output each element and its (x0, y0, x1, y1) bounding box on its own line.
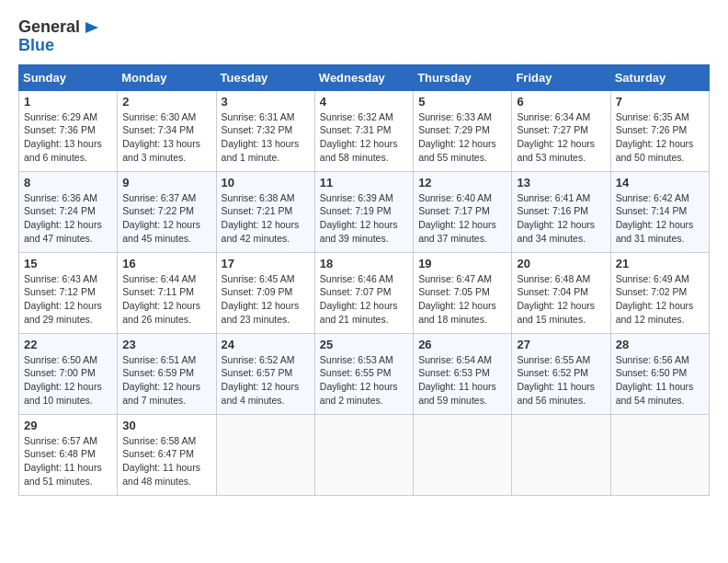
calendar-cell: 26Sunrise: 6:54 AM Sunset: 6:53 PM Dayli… (414, 333, 512, 414)
day-number: 19 (418, 257, 506, 270)
calendar-cell: 4Sunrise: 6:32 AM Sunset: 7:31 PM Daylig… (314, 90, 413, 171)
day-info: Sunrise: 6:50 AM Sunset: 7:00 PM Dayligh… (24, 353, 112, 408)
day-number: 5 (418, 95, 506, 109)
calendar-cell: 20Sunrise: 6:48 AM Sunset: 7:04 PM Dayli… (512, 252, 610, 333)
logo-blue-text: Blue (18, 37, 100, 55)
day-info: Sunrise: 6:55 AM Sunset: 6:52 PM Dayligh… (517, 353, 605, 408)
day-info: Sunrise: 6:32 AM Sunset: 7:31 PM Dayligh… (320, 110, 408, 165)
page-header: General Blue (18, 18, 710, 55)
day-number: 11 (320, 176, 408, 190)
calendar-cell: 21Sunrise: 6:49 AM Sunset: 7:02 PM Dayli… (610, 252, 709, 333)
day-number: 14 (616, 176, 704, 190)
logo-general-text: General (18, 18, 80, 37)
calendar-cell: 15Sunrise: 6:43 AM Sunset: 7:12 PM Dayli… (19, 252, 118, 333)
day-info: Sunrise: 6:54 AM Sunset: 6:53 PM Dayligh… (418, 353, 506, 408)
calendar-cell: 2Sunrise: 6:30 AM Sunset: 7:34 PM Daylig… (118, 90, 216, 171)
day-number: 22 (24, 338, 112, 351)
calendar-cell (216, 414, 314, 495)
logo-container: General Blue (18, 18, 100, 55)
calendar-cell: 10Sunrise: 6:38 AM Sunset: 7:21 PM Dayli… (216, 171, 314, 252)
calendar-cell: 16Sunrise: 6:44 AM Sunset: 7:11 PM Dayli… (118, 252, 216, 333)
calendar-cell: 1Sunrise: 6:29 AM Sunset: 7:36 PM Daylig… (19, 90, 118, 171)
week-row-3: 15Sunrise: 6:43 AM Sunset: 7:12 PM Dayli… (19, 252, 710, 333)
day-info: Sunrise: 6:31 AM Sunset: 7:32 PM Dayligh… (222, 110, 310, 165)
day-info: Sunrise: 6:33 AM Sunset: 7:29 PM Dayligh… (418, 110, 506, 165)
day-number: 17 (222, 257, 310, 270)
logo-arrow-icon (82, 18, 100, 37)
week-row-5: 29Sunrise: 6:57 AM Sunset: 6:48 PM Dayli… (19, 414, 710, 495)
week-row-1: 1Sunrise: 6:29 AM Sunset: 7:36 PM Daylig… (19, 90, 710, 171)
calendar-cell: 28Sunrise: 6:56 AM Sunset: 6:50 PM Dayli… (610, 333, 709, 414)
week-row-2: 8Sunrise: 6:36 AM Sunset: 7:24 PM Daylig… (19, 171, 710, 252)
weekday-header-saturday: Saturday (610, 64, 709, 90)
calendar-cell: 23Sunrise: 6:51 AM Sunset: 6:59 PM Dayli… (118, 333, 216, 414)
calendar-cell (314, 414, 413, 495)
calendar-cell: 22Sunrise: 6:50 AM Sunset: 7:00 PM Dayli… (19, 333, 118, 414)
day-info: Sunrise: 6:37 AM Sunset: 7:22 PM Dayligh… (122, 191, 210, 246)
calendar-cell: 18Sunrise: 6:46 AM Sunset: 7:07 PM Dayli… (314, 252, 413, 333)
day-number: 9 (122, 176, 210, 190)
calendar-cell: 14Sunrise: 6:42 AM Sunset: 7:14 PM Dayli… (610, 171, 709, 252)
day-info: Sunrise: 6:29 AM Sunset: 7:36 PM Dayligh… (24, 110, 112, 165)
calendar-cell (610, 414, 709, 495)
day-number: 25 (320, 338, 408, 351)
day-info: Sunrise: 6:49 AM Sunset: 7:02 PM Dayligh… (616, 272, 704, 327)
day-number: 8 (24, 176, 112, 190)
day-info: Sunrise: 6:39 AM Sunset: 7:19 PM Dayligh… (320, 191, 408, 246)
day-number: 29 (24, 419, 112, 432)
svg-marker-0 (85, 22, 98, 33)
calendar-cell (512, 414, 610, 495)
day-info: Sunrise: 6:57 AM Sunset: 6:48 PM Dayligh… (24, 434, 112, 488)
day-info: Sunrise: 6:43 AM Sunset: 7:12 PM Dayligh… (24, 272, 112, 327)
weekday-header-friday: Friday (512, 64, 610, 90)
calendar-cell: 27Sunrise: 6:55 AM Sunset: 6:52 PM Dayli… (512, 333, 610, 414)
weekday-header-sunday: Sunday (19, 64, 118, 90)
week-row-4: 22Sunrise: 6:50 AM Sunset: 7:00 PM Dayli… (19, 333, 710, 414)
day-info: Sunrise: 6:47 AM Sunset: 7:05 PM Dayligh… (418, 272, 506, 327)
day-info: Sunrise: 6:51 AM Sunset: 6:59 PM Dayligh… (122, 353, 210, 408)
calendar-cell: 24Sunrise: 6:52 AM Sunset: 6:57 PM Dayli… (216, 333, 314, 414)
day-number: 1 (24, 95, 112, 109)
day-info: Sunrise: 6:35 AM Sunset: 7:26 PM Dayligh… (616, 110, 704, 165)
weekday-header-tuesday: Tuesday (216, 64, 314, 90)
day-number: 27 (517, 338, 605, 351)
day-info: Sunrise: 6:36 AM Sunset: 7:24 PM Dayligh… (24, 191, 112, 246)
day-info: Sunrise: 6:58 AM Sunset: 6:47 PM Dayligh… (122, 434, 210, 488)
calendar-cell: 6Sunrise: 6:34 AM Sunset: 7:27 PM Daylig… (512, 90, 610, 171)
day-number: 30 (122, 419, 210, 432)
calendar-cell: 29Sunrise: 6:57 AM Sunset: 6:48 PM Dayli… (19, 414, 118, 495)
day-number: 10 (222, 176, 310, 190)
day-info: Sunrise: 6:30 AM Sunset: 7:34 PM Dayligh… (122, 110, 210, 165)
day-info: Sunrise: 6:44 AM Sunset: 7:11 PM Dayligh… (122, 272, 210, 327)
calendar-cell: 17Sunrise: 6:45 AM Sunset: 7:09 PM Dayli… (216, 252, 314, 333)
day-info: Sunrise: 6:46 AM Sunset: 7:07 PM Dayligh… (320, 272, 408, 327)
day-number: 18 (320, 257, 408, 270)
calendar-cell: 19Sunrise: 6:47 AM Sunset: 7:05 PM Dayli… (414, 252, 512, 333)
weekday-header-thursday: Thursday (414, 64, 512, 90)
day-info: Sunrise: 6:52 AM Sunset: 6:57 PM Dayligh… (222, 353, 310, 408)
day-number: 26 (418, 338, 506, 351)
day-number: 28 (616, 338, 704, 351)
calendar-cell: 9Sunrise: 6:37 AM Sunset: 7:22 PM Daylig… (118, 171, 216, 252)
day-info: Sunrise: 6:53 AM Sunset: 6:55 PM Dayligh… (320, 353, 408, 408)
day-info: Sunrise: 6:41 AM Sunset: 7:16 PM Dayligh… (517, 191, 605, 246)
calendar-cell: 13Sunrise: 6:41 AM Sunset: 7:16 PM Dayli… (512, 171, 610, 252)
day-info: Sunrise: 6:40 AM Sunset: 7:17 PM Dayligh… (418, 191, 506, 246)
day-info: Sunrise: 6:38 AM Sunset: 7:21 PM Dayligh… (222, 191, 310, 246)
calendar-table: SundayMondayTuesdayWednesdayThursdayFrid… (18, 64, 710, 496)
day-number: 6 (517, 95, 605, 109)
day-number: 7 (616, 95, 704, 109)
day-info: Sunrise: 6:48 AM Sunset: 7:04 PM Dayligh… (517, 272, 605, 327)
day-number: 4 (320, 95, 408, 109)
calendar-cell: 30Sunrise: 6:58 AM Sunset: 6:47 PM Dayli… (118, 414, 216, 495)
day-number: 3 (222, 95, 310, 109)
day-number: 15 (24, 257, 112, 270)
day-number: 12 (418, 176, 506, 190)
calendar-cell: 11Sunrise: 6:39 AM Sunset: 7:19 PM Dayli… (314, 171, 413, 252)
calendar-cell: 5Sunrise: 6:33 AM Sunset: 7:29 PM Daylig… (414, 90, 512, 171)
day-number: 16 (122, 257, 210, 270)
day-info: Sunrise: 6:56 AM Sunset: 6:50 PM Dayligh… (616, 353, 704, 408)
calendar-cell: 8Sunrise: 6:36 AM Sunset: 7:24 PM Daylig… (19, 171, 118, 252)
weekday-header-row: SundayMondayTuesdayWednesdayThursdayFrid… (19, 64, 710, 90)
calendar-cell (414, 414, 512, 495)
